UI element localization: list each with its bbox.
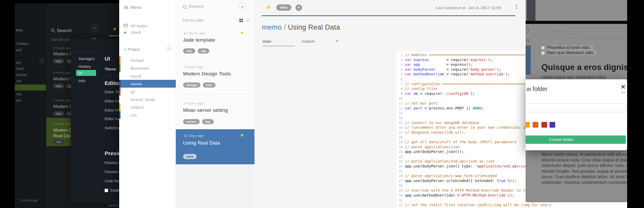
- breadcrumb: memo / Using Real Data: [262, 23, 340, 31]
- folder-color-bar: [119, 80, 120, 88]
- settings-theme-item: Theme: [105, 67, 116, 71]
- sidebar-folder-css[interactable]: css: [131, 113, 137, 117]
- note-tag: wip: [183, 48, 195, 54]
- note-title: Jade template: [183, 37, 215, 43]
- settings-checkbox-label: Code B: [110, 188, 119, 192]
- close-icon[interactable]: ✕: [621, 83, 626, 90]
- add-storage-icon: [16, 199, 19, 203]
- folder-color-bar: [119, 56, 120, 64]
- dark-new-note-icon: +: [91, 25, 98, 32]
- new-note-button[interactable]: +: [238, 3, 246, 11]
- menu-label[interactable]: Menu: [131, 5, 142, 10]
- settings-preview-item: Preview F: [105, 161, 119, 165]
- add-snippet-tab-button[interactable]: +: [336, 38, 338, 44]
- folder-color-bar: [119, 88, 120, 95]
- sidebar-folder-laravel-study[interactable]: laravel_study: [131, 97, 155, 102]
- folder-color-swatch[interactable]: [541, 122, 547, 128]
- note-star-icon[interactable]: ★: [240, 30, 244, 36]
- settings-checkbox[interactable]: [105, 189, 108, 192]
- sidebar-folder-boostnote[interactable]: Boostnote: [131, 66, 149, 70]
- dark-tag: wip: [53, 139, 64, 144]
- dark-folder-item: stnote: [16, 73, 27, 77]
- sidebar-folder-git[interactable]: git: [131, 89, 135, 94]
- dark-note-time: 8 hours ago: [53, 71, 71, 75]
- note-item[interactable]: 2 hours ago Modern Design Tools designto…: [176, 59, 254, 94]
- note-title: Using Real Data: [183, 140, 220, 146]
- new-folder-dialog: w folder ✕ esc Create folder: [526, 79, 627, 150]
- list-view-icon[interactable]: [245, 19, 249, 22]
- note-item[interactable]: 3 hours ago Mean server setting serverta…: [176, 94, 254, 129]
- add-folder-icon[interactable]: +: [167, 46, 172, 51]
- dim-paragraph-line: purus. Cras dapibus dapibus tellus, sit …: [542, 174, 627, 179]
- dark-add-storage-label: Add storage: [21, 199, 38, 202]
- dark-note-time: 8 hours ago: [53, 98, 71, 102]
- sidebar-item-all-notes[interactable]: All Notes: [131, 24, 148, 28]
- settings-nav-info[interactable]: Info: [78, 79, 85, 83]
- sidebar-folder-mysql[interactable]: mysql: [131, 74, 141, 78]
- project-header: Project: [128, 47, 140, 51]
- black-edge-band: [627, 0, 644, 208]
- hamburger-menu-icon[interactable]: [124, 6, 128, 9]
- sidebar-folder-memo-selected[interactable]: memo: [119, 80, 176, 88]
- settings-nav-hotkey[interactable]: Hotkey: [78, 64, 91, 69]
- sidebar-folder-default[interactable]: Default: [131, 58, 144, 63]
- dim-partial-line: varius augue quis vestibulum tellus: [542, 75, 606, 80]
- create-folder-button[interactable]: Create folder: [526, 135, 626, 144]
- dialog-title: w folder: [527, 86, 548, 93]
- settings-preview-heading: Previe: [105, 150, 119, 157]
- note-star-icon[interactable]: ★: [240, 132, 244, 138]
- active-tab-underline: [263, 46, 295, 46]
- sidebar-item-starred[interactable]: Stard: [131, 30, 141, 35]
- note-title-heading: Using Real Data: [288, 23, 340, 31]
- dim-paragraph-line: sollicitudin aliquet, justo purus effici…: [542, 163, 627, 168]
- last-updated-label: Last updated at Jan.9, 2017 12:00: [436, 5, 501, 10]
- kebab-menu-icon[interactable]: ⋮: [514, 4, 519, 10]
- grid-view-icon[interactable]: [239, 19, 243, 22]
- add-tag-button[interactable]: +: [296, 4, 302, 11]
- starred-icon: ★: [123, 30, 127, 35]
- dark-folder-item: ers: [16, 98, 22, 102]
- tab-main[interactable]: main: [263, 39, 271, 43]
- sidebar-folder-nodejs[interactable]: nodeJs: [131, 105, 144, 109]
- folder-color-swatch[interactable]: [549, 122, 555, 128]
- settings-editor-item: Editor Fo: [105, 108, 119, 112]
- settings-editor-item: Switching: [105, 126, 119, 130]
- tab-module[interactable]: module: [301, 39, 315, 43]
- main-window: Menu All Notes ★ Stard ▼ Project + Defau…: [119, 0, 526, 208]
- search-input[interactable]: [189, 4, 228, 9]
- main-sidebar: Menu All Notes ★ Stard ▼ Project + Defau…: [119, 0, 176, 208]
- dark-note-time: 8 hours ago: [53, 46, 71, 50]
- folder-color-bar: [119, 103, 120, 111]
- note-item[interactable]: an hours ago ★ Jade template wiptag: [176, 26, 254, 59]
- settings-editor-item: Editor Th: [105, 90, 119, 94]
- note-tag: tag: [202, 119, 214, 124]
- all-notes-icon: [124, 24, 128, 27]
- dark-syntax-label: javascri: [109, 204, 119, 207]
- settings-nav-ui-selected[interactable]: UI: [76, 70, 96, 76]
- editor-star-icon[interactable]: ★: [266, 4, 271, 11]
- note-tag: tag: [198, 48, 209, 54]
- dim-heading: Quisque a eros dignissim: [541, 62, 627, 72]
- dim-paragraph-line: sollicitudin. Vivamus condimentum commod…: [542, 180, 627, 185]
- breadcrumb-folder[interactable]: memo: [262, 23, 282, 31]
- settings-nav-storages[interactable]: Storages: [78, 56, 95, 61]
- folder-color-swatch[interactable]: [526, 122, 530, 128]
- note-time: 3 hours ago: [184, 101, 203, 105]
- sort-by-dropdown[interactable]: Sort by date: [182, 18, 204, 22]
- dim-paragraph-line: lobortis ornare nulla. Cras vitae augue …: [542, 158, 627, 162]
- note-time: 12 days ago: [184, 134, 204, 138]
- dim-star-outline-icon: ☆: [541, 26, 546, 33]
- chevron-down-icon[interactable]: ▼: [124, 48, 126, 51]
- note-title: Mean server setting: [183, 107, 228, 113]
- screenshot-stage: enu l Notes ard ect + fault stnote sql m…: [0, 0, 644, 208]
- folder-color-swatch[interactable]: [533, 122, 538, 128]
- settings-nav-ui-label: UI: [78, 71, 82, 75]
- dim-checkbox-label: Nam quis bibendum odio.: [547, 50, 597, 55]
- dark-sort-label: Sort by xxx: [51, 37, 70, 42]
- dark-menu-label: enu: [16, 28, 23, 32]
- create-folder-button-label: Create folder: [549, 137, 574, 142]
- dim-new-note-icon: +: [526, 26, 529, 34]
- dim-selected-note-edge: [526, 46, 531, 75]
- folder-name-input[interactable]: [526, 103, 626, 112]
- note-item-selected[interactable]: 12 days ago ★ Using Real Data data: [176, 129, 254, 164]
